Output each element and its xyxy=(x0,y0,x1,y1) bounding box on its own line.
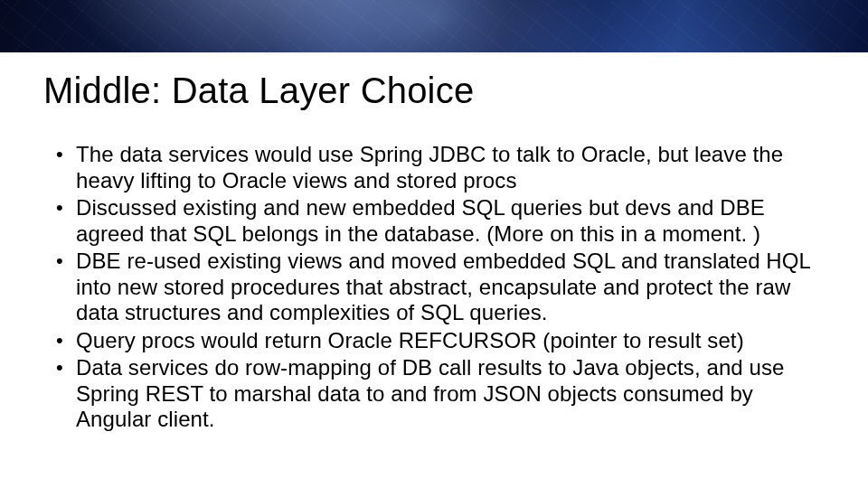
bullet-item: Data services do row-mapping of DB call … xyxy=(52,355,816,433)
bullet-list: The data services would use Spring JDBC … xyxy=(52,142,816,433)
bullet-item: The data services would use Spring JDBC … xyxy=(52,142,816,193)
bullet-item: Query procs would return Oracle REFCURSO… xyxy=(52,328,816,354)
decorative-banner xyxy=(0,0,868,52)
slide-title: Middle: Data Layer Choice xyxy=(43,70,868,111)
slide-body: The data services would use Spring JDBC … xyxy=(52,142,816,433)
bullet-item: Discussed existing and new embedded SQL … xyxy=(52,195,816,247)
bullet-item: DBE re-used existing views and moved emb… xyxy=(52,249,816,326)
